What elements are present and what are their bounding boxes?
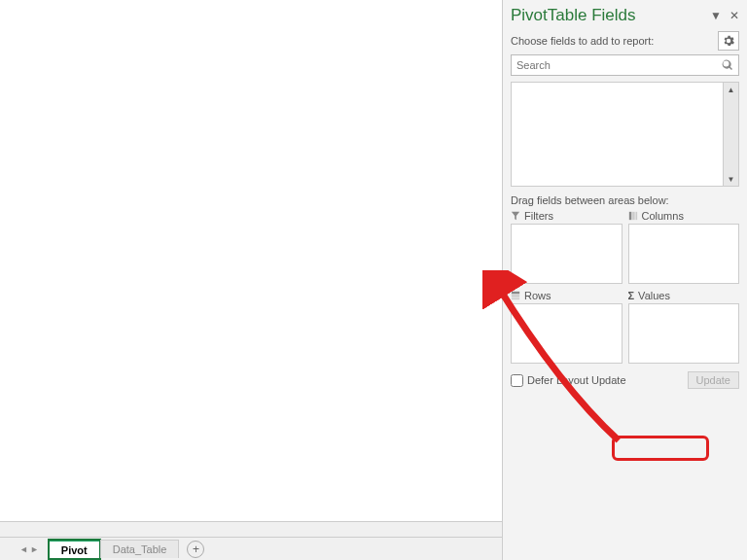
svg-rect-2: [635, 212, 637, 220]
svg-rect-4: [512, 295, 519, 298]
svg-rect-0: [628, 212, 631, 220]
gear-icon[interactable]: [718, 31, 739, 51]
sheet-tab-pivot[interactable]: Pivot: [49, 540, 100, 559]
fields-list[interactable]: ▲▼: [511, 82, 739, 187]
area-columns[interactable]: Columns: [628, 210, 740, 284]
search-input[interactable]: [511, 54, 739, 76]
area-values[interactable]: ΣValues: [628, 290, 740, 364]
horizontal-scrollbar[interactable]: [0, 521, 502, 537]
pivottable-fields-panel: PivotTable Fields ▼ ✕ Choose fields to a…: [502, 0, 747, 560]
sheet-tabs: ◄► Pivot Data_Table +: [0, 537, 502, 560]
svg-rect-1: [632, 212, 635, 220]
drag-instruction: Drag fields between areas below:: [511, 194, 739, 206]
area-filters[interactable]: Filters: [511, 210, 622, 284]
svg-rect-5: [512, 298, 519, 300]
panel-menu-icon[interactable]: ▼: [710, 9, 722, 22]
defer-checkbox[interactable]: Defer Layout Update: [511, 374, 626, 387]
area-rows[interactable]: Rows: [511, 290, 622, 364]
add-sheet-button[interactable]: +: [187, 541, 204, 558]
sheet-nav[interactable]: ◄►: [19, 544, 39, 554]
svg-rect-3: [512, 292, 519, 295]
spreadsheet: ◄► Pivot Data_Table +: [0, 0, 502, 560]
fields-scrollbar[interactable]: ▲▼: [723, 83, 738, 186]
panel-subtitle: Choose fields to add to report:: [511, 35, 654, 47]
panel-title: PivotTable Fields: [511, 6, 636, 25]
close-icon[interactable]: ✕: [729, 9, 739, 22]
update-button[interactable]: Update: [688, 371, 739, 389]
search-icon: [722, 59, 733, 71]
sheet-tab-data[interactable]: Data_Table: [100, 540, 180, 558]
